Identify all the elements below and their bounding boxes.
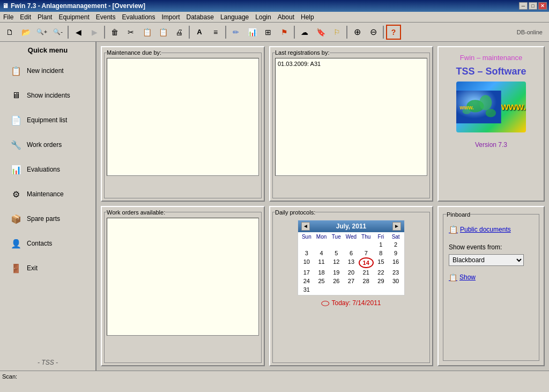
cal-day-12[interactable]: 12 xyxy=(329,257,344,268)
menu-equipment[interactable]: Equipment xyxy=(55,12,92,22)
sidebar-item-exit[interactable]: 🚪 Exit xyxy=(5,256,91,280)
cal-day-7[interactable]: 7 xyxy=(359,249,374,257)
toolbar-bookmark-button[interactable]: 🔖 xyxy=(313,25,328,40)
cal-day-empty xyxy=(359,285,374,294)
menu-file[interactable]: File xyxy=(0,12,17,22)
cal-day-25[interactable]: 25 xyxy=(314,277,329,285)
toolbar-separator-4 xyxy=(225,26,226,39)
cal-day-27[interactable]: 27 xyxy=(344,277,359,285)
panel-workorders: Work orders available: xyxy=(101,206,265,367)
menu-evaluations[interactable]: Evaluations xyxy=(118,12,158,22)
cal-day-13[interactable]: 13 xyxy=(344,257,359,268)
sidebar-item-contacts[interactable]: 👤 Contacts xyxy=(5,232,91,255)
toolbar-zoom-out2-button[interactable]: ⊖ xyxy=(366,25,381,40)
menu-plant[interactable]: Plant xyxy=(34,12,55,22)
menu-about[interactable]: About xyxy=(274,12,298,22)
fwin-globe-image: www. xyxy=(456,82,526,132)
sidebar-item-evaluations[interactable]: 📊 Evaluations xyxy=(5,158,91,181)
cal-day-31[interactable]: 31 xyxy=(299,285,314,294)
calendar-next-button[interactable]: ► xyxy=(392,222,401,231)
pinboard-title: Pinboard xyxy=(447,211,470,218)
menu-help[interactable]: Help xyxy=(298,12,317,22)
cal-day-4[interactable]: 4 xyxy=(314,249,329,257)
toolbar-separator-2 xyxy=(104,26,105,39)
calendar-prev-button[interactable]: ◄ xyxy=(301,222,310,231)
menu-events[interactable]: Events xyxy=(93,12,119,22)
cal-day-9[interactable]: 9 xyxy=(388,249,403,257)
cal-day-22[interactable]: 22 xyxy=(374,268,389,277)
today-icon: ⬭ xyxy=(321,298,329,309)
public-docs-link[interactable]: 📋 Public documents xyxy=(449,225,511,234)
cal-day-29[interactable]: 29 xyxy=(374,277,389,285)
toolbar-zoom-fit-button[interactable]: ⊕ xyxy=(350,25,365,40)
toolbar-flag-button[interactable]: ⚑ xyxy=(277,25,292,40)
toolbar-chart-button[interactable]: 📊 xyxy=(244,25,259,40)
toolbar-open-button[interactable]: 📂 xyxy=(18,25,33,40)
toolbar-list-button[interactable]: ≡ xyxy=(208,25,223,40)
sidebar-item-spare-parts[interactable]: 📦 Spare parts xyxy=(5,207,91,231)
close-button[interactable]: ✕ xyxy=(538,2,547,10)
menu-language[interactable]: Language xyxy=(217,12,252,22)
menu-database[interactable]: Database xyxy=(183,12,217,22)
cal-day-15[interactable]: 15 xyxy=(374,257,389,268)
cal-day-16[interactable]: 16 xyxy=(388,257,403,268)
sidebar-item-show-incidents[interactable]: 🖥 Show incidents xyxy=(5,84,91,107)
cal-day-10[interactable]: 10 xyxy=(299,257,314,268)
toolbar-font-button[interactable]: A xyxy=(192,25,207,40)
sidebar-item-work-orders[interactable]: 🔧 Work orders xyxy=(5,133,91,157)
sidebar-item-new-incident[interactable]: 📋 New incident xyxy=(5,59,91,83)
cal-day-20[interactable]: 20 xyxy=(344,268,359,277)
fwin-version: Version 7.3 xyxy=(475,141,507,149)
menu-login[interactable]: Login xyxy=(252,12,274,22)
toolbar-tag-button[interactable]: ⚐ xyxy=(329,25,344,40)
cal-day-3[interactable]: 3 xyxy=(299,249,314,257)
last-reg-text: 01.03.2009: A31 xyxy=(278,61,321,67)
toolbar-cloud-button[interactable]: ☁ xyxy=(297,25,312,40)
toolbar-edit-button[interactable]: ✏ xyxy=(228,25,243,40)
content-area: Maintenance due by: Last registrations b… xyxy=(97,42,549,371)
cal-day-24[interactable]: 24 xyxy=(299,277,314,285)
cal-day-17[interactable]: 17 xyxy=(299,268,314,277)
cal-day-8[interactable]: 8 xyxy=(374,249,389,257)
cal-day-5[interactable]: 5 xyxy=(329,249,344,257)
toolbar-zoom-in-button[interactable]: 🔍+ xyxy=(34,25,49,40)
calendar-days: 1 2 3 4 5 6 7 8 9 10 xyxy=(299,240,403,294)
panel-daily: Daily protocols: ◄ July, 2011 ► Sun Mon xyxy=(269,206,433,367)
menu-import[interactable]: Import xyxy=(159,12,183,22)
menu-edit[interactable]: Edit xyxy=(17,12,34,22)
cal-day-23[interactable]: 23 xyxy=(388,268,403,277)
cal-day-18[interactable]: 18 xyxy=(314,268,329,277)
toolbar-forward-button[interactable]: ▶ xyxy=(87,25,102,40)
workorders-content xyxy=(107,218,259,336)
blackboard-dropdown[interactable]: BlackboardAllPublic xyxy=(449,254,524,266)
panel-maintenance: Maintenance due by: xyxy=(101,46,265,202)
toolbar-print-button[interactable]: 🖨 xyxy=(172,25,187,40)
cal-day-19[interactable]: 19 xyxy=(329,268,344,277)
toolbar-help-button[interactable]: ? xyxy=(386,25,401,40)
cal-day-21[interactable]: 21 xyxy=(359,268,374,277)
toolbar-grid-button[interactable]: ⊞ xyxy=(261,25,276,40)
toolbar-zoom-out-button[interactable]: 🔍- xyxy=(50,25,65,40)
daily-title: Daily protocols: xyxy=(275,209,315,216)
cal-day-30[interactable]: 30 xyxy=(388,277,403,285)
maximize-button[interactable]: □ xyxy=(529,2,537,10)
cal-day-2[interactable]: 2 xyxy=(388,240,403,249)
toolbar-new-button[interactable]: 🗋 xyxy=(2,25,17,40)
toolbar-copy-button[interactable]: 📋 xyxy=(139,25,154,40)
sidebar-item-equipment-list[interactable]: 📄 Equipment list xyxy=(5,108,91,132)
cal-day-11[interactable]: 11 xyxy=(314,257,329,268)
toolbar-back-button[interactable]: ◀ xyxy=(71,25,86,40)
show-button[interactable]: 📋 Show xyxy=(449,273,476,282)
cal-day-empty xyxy=(299,240,314,249)
toolbar-paste-button[interactable]: 📋 xyxy=(155,25,170,40)
cal-day-6[interactable]: 6 xyxy=(344,249,359,257)
toolbar-delete-button[interactable]: 🗑 xyxy=(107,25,122,40)
cal-day-28[interactable]: 28 xyxy=(359,277,374,285)
cal-day-26[interactable]: 26 xyxy=(329,277,344,285)
minimize-button[interactable]: ─ xyxy=(519,2,528,10)
sidebar-label-work-orders: Work orders xyxy=(27,141,62,149)
cal-day-1[interactable]: 1 xyxy=(374,240,389,249)
sidebar-item-maintenance[interactable]: ⚙ Maintenance xyxy=(5,182,91,206)
cal-day-14-today[interactable]: 14 xyxy=(359,257,374,268)
toolbar-cut-button[interactable]: ✂ xyxy=(123,25,138,40)
